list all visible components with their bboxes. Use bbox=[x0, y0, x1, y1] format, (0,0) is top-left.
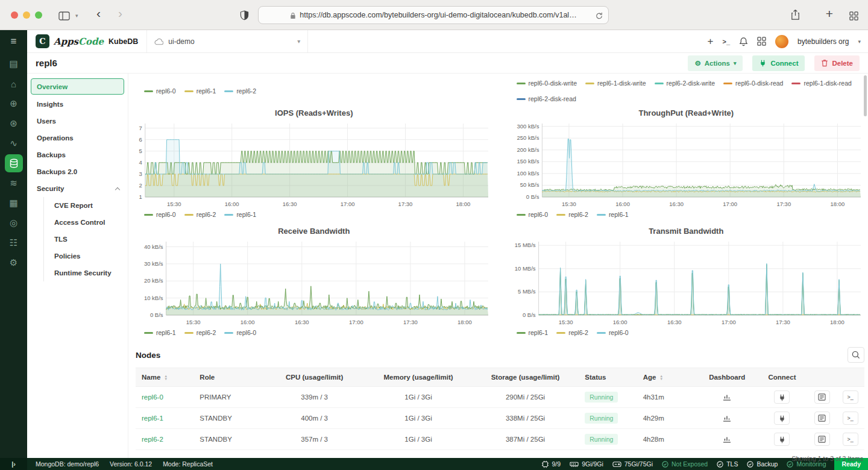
nav-item-backups[interactable]: Backups bbox=[27, 146, 128, 163]
stacks-icon[interactable]: ☷ bbox=[5, 234, 23, 252]
org-name[interactable]: bytebuilders org bbox=[797, 37, 849, 46]
legend-item[interactable]: repl6-2 bbox=[556, 329, 588, 336]
nav-item-backups-2-0[interactable]: Backups 2.0 bbox=[27, 163, 128, 180]
reload-icon[interactable] bbox=[596, 11, 603, 20]
connect-node-button[interactable] bbox=[774, 412, 790, 425]
security-scan-icon[interactable]: ◎ bbox=[5, 214, 23, 232]
avatar[interactable] bbox=[775, 35, 788, 48]
column-header-age[interactable]: Age▲▼ bbox=[637, 368, 698, 387]
exec-button[interactable]: >_ bbox=[843, 433, 858, 446]
privacy-shield-icon[interactable] bbox=[240, 10, 249, 20]
exec-button[interactable]: >_ bbox=[843, 412, 858, 425]
logs-button[interactable] bbox=[814, 433, 830, 446]
cluster-selector-value: ui-demo bbox=[168, 37, 194, 46]
exec-button[interactable]: >_ bbox=[843, 390, 858, 404]
dashboard-button[interactable] bbox=[723, 435, 731, 444]
browser-back-button[interactable]: ‹ bbox=[96, 6, 101, 20]
clusters-icon[interactable]: ▤ bbox=[5, 55, 23, 73]
legend-item[interactable]: repl6-1 bbox=[184, 87, 216, 95]
nav-item-insights[interactable]: Insights bbox=[27, 96, 128, 113]
connect-node-button[interactable] bbox=[774, 433, 790, 446]
legend-item[interactable]: repl6-2 bbox=[556, 211, 588, 218]
actions-button[interactable]: ⚙ Actions ▾ bbox=[688, 55, 743, 71]
legend-item[interactable]: repl6-2-disk-write bbox=[655, 80, 715, 87]
new-tab-button[interactable]: + bbox=[826, 7, 833, 21]
legend-item[interactable]: repl6-2 bbox=[224, 87, 256, 95]
chart-title: Receive Bandwidth bbox=[136, 227, 492, 236]
cloud-providers-icon[interactable]: ⊕ bbox=[5, 95, 23, 113]
sort-icon[interactable]: ▲▼ bbox=[164, 375, 168, 380]
logs-button[interactable] bbox=[814, 412, 830, 425]
marketplace-icon[interactable]: ▦ bbox=[5, 194, 23, 212]
home-icon[interactable]: ⌂ bbox=[5, 75, 23, 93]
node-name-link[interactable]: repl6-1 bbox=[142, 415, 163, 422]
scrollbar-thumb[interactable] bbox=[864, 75, 867, 116]
create-button[interactable]: + bbox=[708, 36, 714, 48]
cluster-selector[interactable]: ui-demo ▾ bbox=[146, 30, 308, 52]
share-icon[interactable] bbox=[790, 9, 800, 20]
connect-button[interactable]: Connect bbox=[752, 55, 805, 71]
url-text: https://db.appscode.com/bytebuilders-org… bbox=[300, 11, 576, 19]
legend-item[interactable]: repl6-1 bbox=[597, 211, 629, 218]
dashboard-button[interactable] bbox=[723, 414, 731, 423]
nav-item-tls[interactable]: TLS bbox=[44, 231, 128, 248]
search-button[interactable] bbox=[848, 347, 864, 363]
tab-overview-icon[interactable] bbox=[849, 10, 858, 21]
address-bar[interactable]: https://db.appscode.com/bytebuilders-org… bbox=[258, 6, 609, 24]
kubernetes-icon[interactable]: ⊛ bbox=[5, 114, 23, 133]
svg-text:17:30: 17:30 bbox=[776, 201, 791, 207]
backups-icon[interactable]: ≋ bbox=[5, 174, 23, 192]
legend-item[interactable]: repl6-2-disk-read bbox=[517, 95, 576, 102]
node-name-link[interactable]: repl6-0 bbox=[142, 393, 163, 401]
expand-statusbar-icon[interactable]: |› bbox=[0, 458, 27, 470]
legend-item[interactable]: repl6-2 bbox=[184, 211, 216, 218]
legend-item[interactable]: repl6-1 bbox=[144, 329, 176, 336]
chevron-down-icon[interactable]: ▾ bbox=[75, 13, 78, 19]
scrolled-chart-legends: repl6-0repl6-1repl6-2 repl6-0-disk-write… bbox=[136, 74, 864, 104]
zoom-window-button[interactable] bbox=[35, 11, 42, 19]
connect-node-button[interactable] bbox=[774, 390, 790, 404]
legend-item[interactable]: repl6-0 bbox=[224, 329, 256, 336]
bell-icon[interactable] bbox=[739, 37, 748, 46]
legend-item[interactable]: repl6-0 bbox=[144, 211, 176, 218]
nav-item-runtime-security[interactable]: Runtime Security bbox=[44, 265, 128, 281]
chevron-down-icon: ▾ bbox=[734, 60, 737, 66]
metrics-icon[interactable]: ∿ bbox=[5, 134, 23, 152]
sort-icon[interactable]: ▲▼ bbox=[659, 375, 663, 380]
legend-item[interactable]: repl6-0 bbox=[597, 329, 629, 336]
trash-icon bbox=[821, 59, 828, 67]
column-header-name[interactable]: Name▲▼ bbox=[136, 368, 193, 387]
helm-charts-icon[interactable]: ⚙ bbox=[5, 254, 23, 272]
apps-grid-icon[interactable] bbox=[757, 37, 766, 46]
legend-item[interactable]: repl6-1-disk-write bbox=[585, 80, 646, 87]
browser-sidebar-icon[interactable] bbox=[58, 10, 70, 21]
nav-item-policies[interactable]: Policies bbox=[44, 248, 128, 265]
nav-item-cve-report[interactable]: CVE Report bbox=[44, 197, 128, 214]
legend-item[interactable]: repl6-1 bbox=[224, 211, 256, 218]
node-storage: 290Mi / 25Gi bbox=[472, 387, 579, 408]
legend-item[interactable]: repl6-1 bbox=[517, 329, 549, 336]
close-window-button[interactable] bbox=[11, 11, 18, 19]
delete-button[interactable]: Delete bbox=[814, 55, 860, 71]
minimize-window-button[interactable] bbox=[23, 11, 30, 19]
logs-button[interactable] bbox=[814, 390, 830, 404]
legend-item[interactable]: repl6-1-disk-read bbox=[791, 80, 851, 87]
legend-item[interactable]: repl6-2 bbox=[184, 329, 216, 336]
nav-item-security[interactable]: Security bbox=[27, 180, 128, 197]
terminal-icon[interactable]: >_ bbox=[723, 38, 731, 45]
menu-toggle-icon[interactable]: ≡ bbox=[0, 30, 27, 53]
appscode-logo[interactable]: C AppsCode KubeDB bbox=[27, 34, 146, 48]
nav-item-overview[interactable]: Overview bbox=[31, 78, 124, 95]
legend-item[interactable]: repl6-0 bbox=[144, 87, 176, 95]
legend-row-left: repl6-0repl6-1repl6-2 bbox=[136, 80, 492, 102]
nav-item-access-control[interactable]: Access Control bbox=[44, 214, 128, 231]
legend-item[interactable]: repl6-0-disk-write bbox=[517, 80, 577, 87]
nav-item-users[interactable]: Users bbox=[27, 113, 128, 130]
legend-item[interactable]: repl6-0-disk-read bbox=[723, 80, 783, 87]
legend-item[interactable]: repl6-0 bbox=[517, 211, 549, 218]
nav-item-operations[interactable]: Operations bbox=[27, 130, 128, 146]
dashboard-button[interactable] bbox=[723, 393, 731, 402]
status-badge: Running bbox=[585, 434, 618, 445]
databases-icon[interactable] bbox=[5, 154, 23, 172]
node-name-link[interactable]: repl6-2 bbox=[142, 436, 163, 443]
